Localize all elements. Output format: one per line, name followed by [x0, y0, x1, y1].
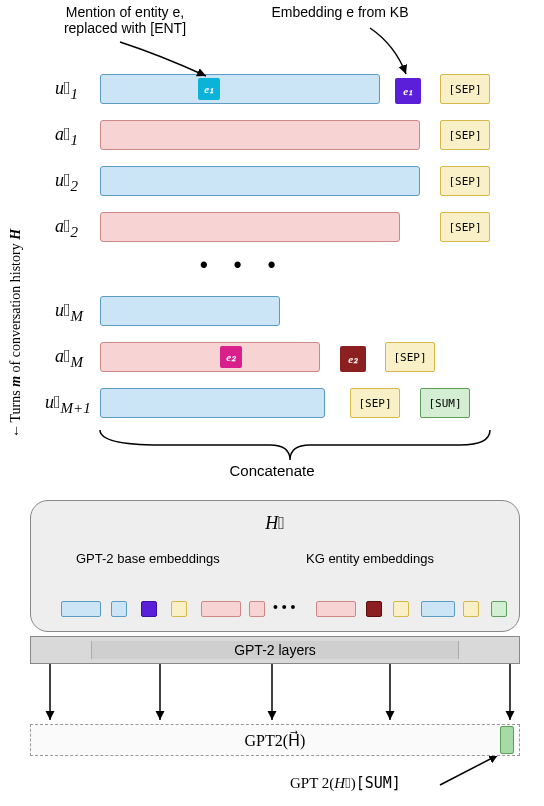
row-label-uMp1: u⃗M+1 — [45, 392, 91, 417]
bar-aM — [100, 342, 320, 372]
sep-token-aM: [SEP] — [385, 342, 435, 372]
entity-e1-label: e₁ — [204, 83, 213, 96]
entity-embedding-e2: e₂ — [340, 346, 366, 372]
bar-a2 — [100, 212, 400, 242]
row-label-a2: a⃗2 — [55, 216, 78, 241]
entity-e2-label: e₂ — [226, 351, 235, 364]
emb-sq-e1 — [141, 601, 157, 617]
ellipsis-icon: • • • — [200, 252, 285, 278]
sep-token-u1: [SEP] — [440, 74, 490, 104]
emb-sq-sep3 — [463, 601, 479, 617]
bar-u1 — [100, 74, 380, 104]
emb-sq-3 — [201, 601, 241, 617]
gpt2-sum-pointer-label: GPT 2(H⃗)[SUM] — [290, 774, 401, 792]
concatenate-label: Concatenate — [0, 462, 544, 479]
emb-dots: • • • — [273, 599, 295, 615]
emb-sq-5 — [316, 601, 356, 617]
gpt2-output-box: GPT2(H⃗) — [30, 724, 520, 756]
emb-sq-e2 — [366, 601, 382, 617]
entity-e2-emb-label: e₂ — [348, 353, 357, 366]
bar-uM — [100, 296, 280, 326]
entity-embedding-e1: e₁ — [395, 78, 421, 104]
sum-token: [SUM] — [420, 388, 470, 418]
emb-sq-4 — [249, 601, 265, 617]
annotation-mention: Mention of entity e, replaced with [ENT] — [30, 4, 220, 36]
gpt2-output-label: GPT2(H⃗) — [245, 731, 306, 750]
encoder-H-label: H⃗ — [39, 513, 511, 534]
row-label-aM: a⃗M — [55, 346, 83, 371]
row-label-u1: u⃗1 — [55, 78, 78, 103]
sep-token-u2: [SEP] — [440, 166, 490, 196]
emb-sq-sum — [491, 601, 507, 617]
emb-sq-2 — [111, 601, 127, 617]
bar-uMp1 — [100, 388, 325, 418]
entity-e1-emb-label: e₁ — [403, 85, 412, 98]
gpt2-base-label: GPT-2 base embeddings — [76, 551, 220, 566]
gpt2-layers-box: GPT-2 layers — [30, 636, 520, 664]
gpt2-sum-chip — [500, 726, 514, 754]
row-label-uM: u⃗M — [55, 300, 83, 325]
side-label-m: m — [8, 376, 23, 387]
entity-mention-e2: e₂ — [220, 346, 242, 368]
bar-a1 — [100, 120, 420, 150]
kg-entity-label: KG entity embeddings — [306, 551, 434, 566]
gpt2-layers-label: GPT-2 layers — [234, 642, 316, 658]
side-label-suffix: of conversation history — [8, 240, 23, 376]
sep-token-a2: [SEP] — [440, 212, 490, 242]
entity-mention-e1: e₁ — [198, 78, 220, 100]
bar-u2 — [100, 166, 420, 196]
emb-sq-6 — [421, 601, 455, 617]
row-label-a1: a⃗1 — [55, 124, 78, 149]
side-label-H: H — [8, 229, 23, 240]
row-label-u2: u⃗2 — [55, 170, 78, 195]
encoder-box: H⃗ GPT-2 base embeddings KG entity embed… — [30, 500, 520, 632]
side-label-prefix: Turns — [8, 387, 23, 423]
emb-sq-sep1 — [171, 601, 187, 617]
sep-token-uMp1: [SEP] — [350, 388, 400, 418]
side-label: ← Turns m of conversation history H — [8, 140, 24, 440]
sep-token-a1: [SEP] — [440, 120, 490, 150]
emb-sq-sep2 — [393, 601, 409, 617]
annotation-embedding: Embedding e from KB — [250, 4, 430, 20]
emb-sq-1 — [61, 601, 101, 617]
